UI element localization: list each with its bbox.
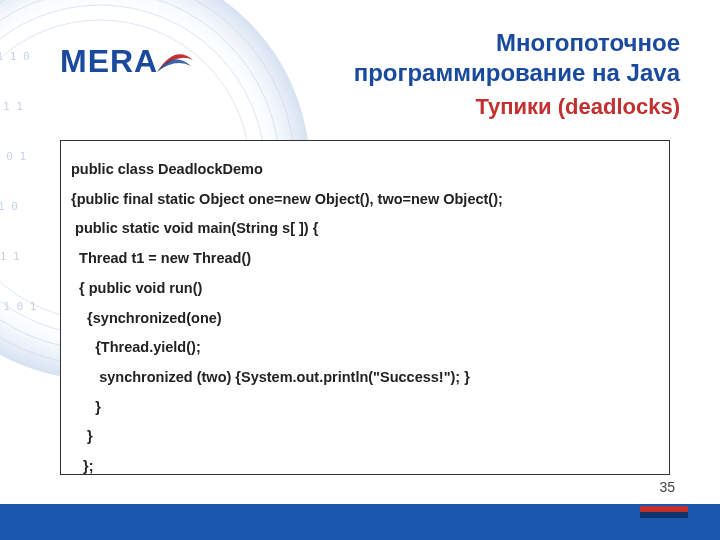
code-line: { public void run() — [71, 274, 659, 304]
svg-text:1 0 1 1 0: 1 0 1 1 0 — [0, 50, 30, 63]
svg-text:0 1 0 0 1 1: 0 1 0 0 1 1 — [0, 100, 23, 113]
page-number: 35 — [659, 479, 675, 495]
code-line: {synchronized(one) — [71, 304, 659, 334]
code-line: } — [71, 422, 659, 452]
title-block: Многопоточное программирование на Java Т… — [260, 28, 680, 120]
title-main: Многопоточное программирование на Java — [260, 28, 680, 88]
code-line: synchronized (two) {System.out.println("… — [71, 363, 659, 393]
svg-text:0 1 0 1: 0 1 0 1 — [0, 300, 36, 313]
title-line-2: программирование на Java — [354, 59, 680, 86]
code-box: public class DeadlockDemo {public final … — [60, 140, 670, 475]
code-line: public class DeadlockDemo — [71, 155, 659, 185]
logo-text: MERA — [60, 43, 158, 80]
footer-bar — [0, 504, 720, 540]
footer-accent-shadow — [640, 512, 688, 518]
title-sub: Тупики (deadlocks) — [260, 94, 680, 120]
svg-text:1 1 0 1 0 0 1: 1 1 0 1 0 0 1 — [0, 150, 26, 163]
code-line: }; — [71, 452, 659, 482]
svg-text:0 1 1 0 1 0: 0 1 1 0 1 0 — [0, 200, 18, 213]
code-line: Thread t1 = new Thread() — [71, 244, 659, 274]
title-line-1: Многопоточное — [496, 29, 680, 56]
logo-swoosh-icon — [155, 42, 195, 80]
code-line: {public final static Object one=new Obje… — [71, 185, 659, 215]
logo: MERA — [60, 42, 195, 80]
code-line: } — [71, 393, 659, 423]
code-line: {Thread.yield(); — [71, 333, 659, 363]
svg-text:1 0 0 1 1: 1 0 0 1 1 — [0, 250, 20, 263]
code-line: public static void main(String s[ ]) { — [71, 214, 659, 244]
